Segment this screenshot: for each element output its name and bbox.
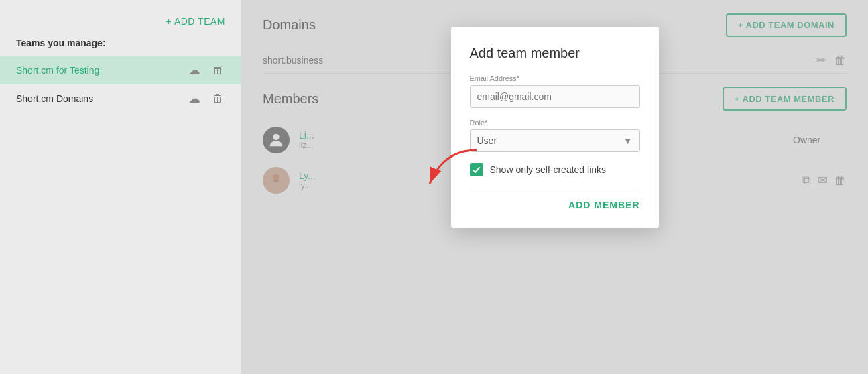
- main-content: Domains + ADD TEAM DOMAIN short.business…: [241, 0, 868, 374]
- modal-title: Add team member: [470, 46, 640, 61]
- email-input[interactable]: [470, 85, 640, 108]
- add-team-member-modal: Add team member Email Address* Role* Use…: [451, 27, 659, 228]
- email-field-group: Email Address*: [470, 74, 640, 108]
- trash-icon[interactable]: 🗑: [210, 63, 225, 78]
- modal-footer: ADD MEMBER: [470, 190, 640, 214]
- teams-manage-label: Teams you manage:: [0, 35, 241, 56]
- trash-icon-2[interactable]: 🗑: [210, 91, 225, 106]
- cloud-icon-2: ☁: [185, 92, 204, 105]
- email-label: Email Address*: [470, 74, 640, 82]
- sidebar-team-name: Short.cm for Testing: [16, 65, 178, 76]
- role-select-wrap: User Admin Owner ▼: [470, 129, 640, 152]
- role-select[interactable]: User Admin Owner: [471, 130, 639, 151]
- add-team-section: + ADD TEAM: [0, 11, 241, 35]
- role-label: Role*: [470, 119, 640, 127]
- add-team-button[interactable]: + ADD TEAM: [166, 16, 225, 27]
- role-field-group: Role* User Admin Owner ▼: [470, 119, 640, 152]
- cloud-icon: ☁: [185, 64, 204, 77]
- checkbox-row: Show only self-created links: [470, 163, 640, 176]
- sidebar-item-short-cm-domains[interactable]: Short.cm Domains ☁ 🗑: [0, 84, 241, 113]
- add-member-submit-button[interactable]: ADD MEMBER: [568, 196, 639, 214]
- sidebar-item-short-cm-testing[interactable]: Short.cm for Testing ☁ 🗑: [0, 56, 241, 84]
- self-created-links-checkbox[interactable]: [470, 163, 483, 176]
- checkbox-label: Show only self-created links: [490, 164, 607, 175]
- sidebar: + ADD TEAM Teams you manage: Short.cm fo…: [0, 0, 241, 374]
- sidebar-team-name-2: Short.cm Domains: [16, 93, 178, 104]
- modal-overlay: Add team member Email Address* Role* Use…: [241, 0, 868, 374]
